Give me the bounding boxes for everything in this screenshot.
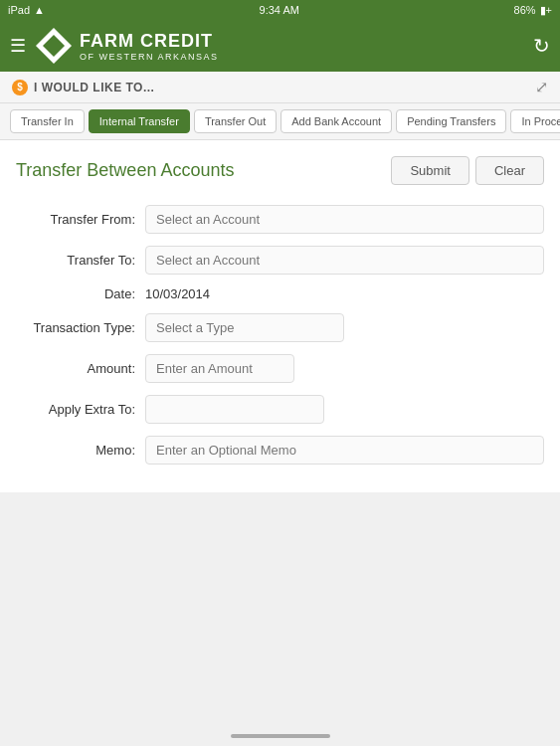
logo-sub-title: OF WESTERN ARKANSAS	[80, 52, 219, 62]
tab-transfer-out[interactable]: Transfer Out	[194, 109, 277, 133]
iwlt-left: $ I WOULD LIKE TO...	[12, 80, 154, 95]
transfer-from-input[interactable]	[145, 205, 544, 234]
refresh-icon[interactable]: ↻	[533, 34, 550, 58]
date-row: Date: 10/03/2014	[16, 286, 544, 301]
iwlt-text: I WOULD LIKE TO...	[34, 81, 154, 94]
transaction-type-label: Transaction Type:	[16, 320, 145, 335]
status-left: iPad ▲	[8, 4, 45, 16]
logo-main-title: FARM CREDIT	[80, 31, 219, 52]
status-bar: iPad ▲ 9:34 AM 86% ▮+	[0, 0, 560, 20]
hamburger-menu-icon[interactable]: ☰	[10, 35, 26, 57]
wifi-icon: ▲	[34, 4, 45, 16]
submit-button[interactable]: Submit	[391, 156, 468, 185]
amount-input[interactable]	[145, 354, 294, 383]
logo-inner-diamond	[43, 35, 65, 57]
amount-label: Amount:	[16, 361, 145, 376]
iwlt-bar: $ I WOULD LIKE TO... ⤢	[0, 72, 560, 103]
memo-row: Memo:	[16, 436, 544, 465]
status-time: 9:34 AM	[260, 4, 299, 16]
transaction-type-row: Transaction Type:	[16, 313, 544, 342]
transfer-to-input[interactable]	[145, 246, 544, 275]
apply-extra-row: Apply Extra To:	[16, 395, 544, 424]
date-value: 10/03/2014	[145, 286, 210, 301]
home-dot	[231, 734, 330, 738]
transfer-to-row: Transfer To:	[16, 246, 544, 275]
battery-percent: 86%	[514, 4, 536, 16]
tab-pending-transfers[interactable]: Pending Transfers	[396, 109, 506, 133]
dollar-badge-icon: $	[12, 80, 28, 95]
amount-row: Amount:	[16, 354, 544, 383]
transaction-type-input[interactable]	[145, 313, 344, 342]
header-left: ☰ FARM CREDIT OF WESTERN ARKANSAS	[10, 28, 219, 64]
main-content: Transfer Between Accounts Submit Clear T…	[0, 140, 560, 492]
tabs-container: Transfer In Internal Transfer Transfer O…	[0, 103, 560, 140]
memo-label: Memo:	[16, 443, 145, 458]
apply-extra-input[interactable]	[145, 395, 324, 424]
device-label: iPad	[8, 4, 30, 16]
section-header: Transfer Between Accounts Submit Clear	[16, 156, 544, 185]
date-label: Date:	[16, 286, 145, 301]
tab-add-bank-account[interactable]: Add Bank Account	[280, 109, 392, 133]
transfer-to-label: Transfer To:	[16, 253, 145, 268]
home-indicator	[0, 726, 560, 746]
status-right: 86% ▮+	[514, 4, 552, 17]
clear-button[interactable]: Clear	[475, 156, 544, 185]
tab-in-process-transfers[interactable]: In Process Transfers	[510, 109, 560, 133]
logo-text: FARM CREDIT OF WESTERN ARKANSAS	[80, 31, 219, 62]
section-title: Transfer Between Accounts	[16, 160, 234, 181]
app-header: ☰ FARM CREDIT OF WESTERN ARKANSAS ↻	[0, 20, 560, 72]
logo-diamond	[36, 28, 72, 64]
memo-input[interactable]	[145, 436, 544, 465]
transfer-from-label: Transfer From:	[16, 212, 145, 227]
battery-icon: ▮+	[540, 4, 552, 17]
compress-icon[interactable]: ⤢	[535, 78, 548, 96]
tab-internal-transfer[interactable]: Internal Transfer	[89, 109, 190, 133]
logo-container: FARM CREDIT OF WESTERN ARKANSAS	[36, 28, 219, 64]
transfer-from-row: Transfer From:	[16, 205, 544, 234]
apply-extra-label: Apply Extra To:	[16, 402, 145, 417]
tab-transfer-in[interactable]: Transfer In	[10, 109, 85, 133]
button-group: Submit Clear	[391, 156, 544, 185]
